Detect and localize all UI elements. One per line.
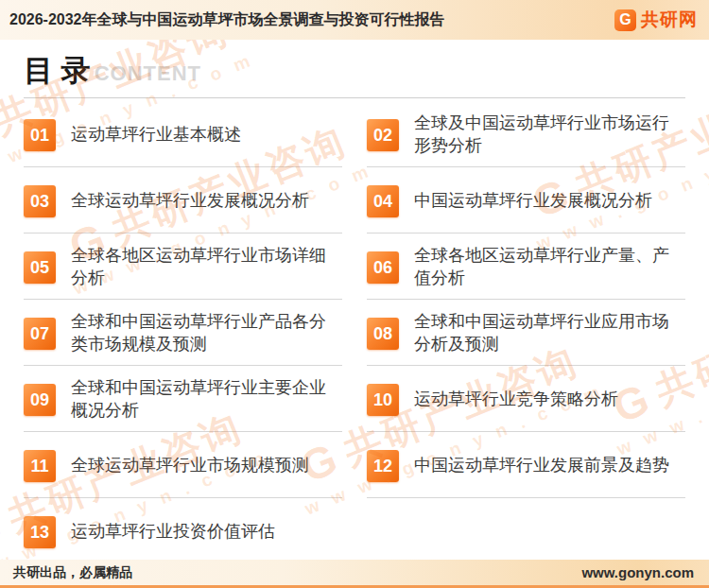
footer-slogan: 共研出品，必属精品: [13, 564, 132, 581]
toc-item-label: 全球各地区运动草坪行业产量、产值分析: [414, 245, 685, 290]
toc-grid: 01 运动草坪行业基本概述 02 全球及中国运动草坪行业市场运行形势分析 03 …: [24, 108, 685, 571]
toc-item[interactable]: 06 全球各地区运动草坪行业产量、产值分析: [367, 240, 685, 306]
report-title: 2026-2032年全球与中国运动草坪市场全景调查与投资可行性报告: [9, 10, 445, 30]
toc-subtitle: CONTENT: [95, 61, 201, 86]
brand-logo-label: 共研网: [641, 8, 698, 32]
toc-item[interactable]: 09 全球和中国运动草坪行业主要企业概况分析: [24, 372, 342, 439]
toc-item-label: 运动草坪行业投资价值评估: [71, 521, 275, 544]
toc-item-divider: [24, 299, 342, 300]
toc-item-divider: [367, 431, 685, 432]
toc-item-number: 04: [367, 185, 399, 217]
toc-item[interactable]: 12 中国运动草坪行业发展前景及趋势: [367, 439, 685, 505]
toc-item[interactable]: 11 全球运动草坪行业市场规模预测: [24, 439, 342, 505]
toc-item[interactable]: 05 全球各地区运动草坪行业市场详细分析: [24, 240, 342, 306]
toc-item[interactable]: 07 全球和中国运动草坪行业产品各分类市场规模及预测: [24, 306, 342, 372]
toc-item-divider: [367, 166, 685, 167]
toc-item[interactable]: 01 运动草坪行业基本概述: [24, 108, 342, 174]
toc-item-number: 02: [367, 119, 399, 151]
footer-url[interactable]: www.gonyn.com: [581, 564, 694, 580]
toc-item-divider: [367, 365, 685, 366]
toc-item-number: 08: [367, 318, 399, 350]
toc-item-number: 05: [24, 251, 56, 284]
toc-item-label: 全球和中国运动草坪行业主要企业概况分析: [71, 377, 342, 423]
toc-item-divider: [24, 497, 342, 498]
brand-logo[interactable]: G 共研网: [614, 8, 698, 32]
toc-item[interactable]: 02 全球及中国运动草坪行业市场运行形势分析: [367, 108, 685, 174]
toc-item-divider: [24, 166, 342, 167]
toc-item[interactable]: 10 运动草坪行业竞争策略分析: [367, 372, 685, 439]
toc-item-label: 全球运动草坪行业发展概况分析: [71, 190, 309, 213]
toc-item-label: 全球运动草坪行业市场规模预测: [71, 455, 309, 477]
toc-item-number: 03: [24, 185, 56, 217]
toc-item-label: 全球及中国运动草坪行业市场运行形势分析: [414, 112, 685, 158]
toc-item-divider: [367, 233, 685, 233]
toc-item-label: 中国运动草坪行业发展概况分析: [414, 190, 652, 213]
toc-item-divider: [24, 431, 342, 432]
brand-g-icon: G: [614, 9, 636, 31]
toc-item-number: 01: [24, 119, 56, 151]
toc-item-label: 全球各地区运动草坪行业市场详细分析: [71, 245, 342, 290]
footer-bar: 共研出品，必属精品 www.gonyn.com: [0, 560, 709, 588]
toc-item-divider: [367, 497, 685, 498]
toc-heading: 目 录 CONTENT: [24, 51, 685, 91]
toc-item-number: 09: [24, 384, 56, 416]
toc-item-divider: [367, 299, 685, 300]
toc-item[interactable]: 08 全球和中国运动草坪行业应用市场分析及预测: [367, 306, 685, 372]
main-content: 目 录 CONTENT 01 运动草坪行业基本概述 02 全球及中国运动草坪行业…: [0, 40, 709, 571]
toc-item-number: 06: [367, 251, 399, 284]
toc-item-divider: [24, 365, 342, 366]
toc-item-number: 07: [24, 318, 56, 350]
toc-item-label: 运动草坪行业竞争策略分析: [414, 389, 618, 411]
heading-divider: [24, 97, 685, 98]
toc-item-number: 11: [24, 450, 56, 482]
toc-item-number: 13: [24, 516, 56, 548]
toc-item-divider: [24, 233, 342, 233]
toc-item-label: 全球和中国运动草坪行业应用市场分析及预测: [414, 311, 685, 356]
toc-item-label: 中国运动草坪行业发展前景及趋势: [414, 455, 669, 477]
toc-item-number: 12: [367, 450, 399, 482]
toc-title: 目 录: [24, 51, 91, 91]
toc-item-label: 全球和中国运动草坪行业产品各分类市场规模及预测: [71, 311, 342, 356]
toc-item-number: 10: [367, 384, 399, 416]
header-bar: 2026-2032年全球与中国运动草坪市场全景调查与投资可行性报告 G 共研网: [0, 0, 709, 40]
toc-item[interactable]: 04 中国运动草坪行业发展概况分析: [367, 174, 685, 240]
toc-item[interactable]: 03 全球运动草坪行业发展概况分析: [24, 174, 342, 240]
toc-item-label: 运动草坪行业基本概述: [71, 124, 241, 147]
